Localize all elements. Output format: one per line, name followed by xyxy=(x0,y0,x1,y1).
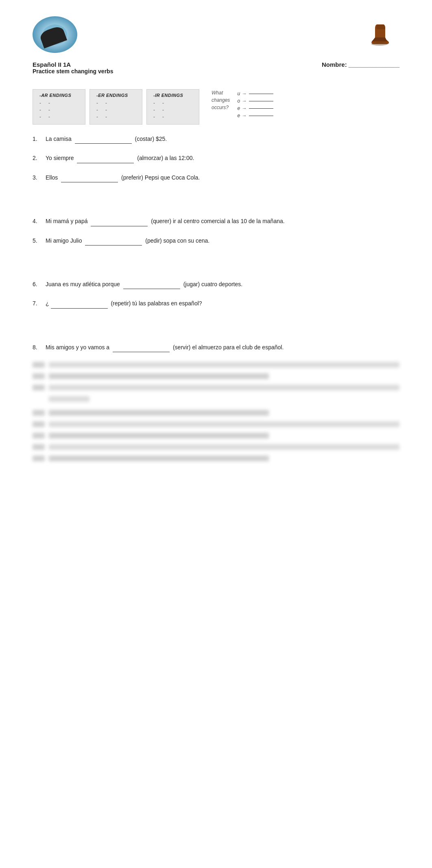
blurred-q15-text xyxy=(49,444,399,450)
question-2: 2. Yo siempre (almorzar) a las 12:00. xyxy=(33,153,399,163)
q2-text: Yo siempre (almorzar) a las 12:00. xyxy=(46,153,399,163)
gap-3 xyxy=(33,318,399,343)
title-section: Español II 1A Practice stem changing ver… xyxy=(33,61,113,75)
q3-blank[interactable] xyxy=(61,173,118,182)
q1-num: 1. xyxy=(33,134,46,143)
er-col1-r1: - xyxy=(96,100,98,106)
q4-text: Mi mamá y papá (querer) ir al centro com… xyxy=(46,217,399,226)
svg-rect-2 xyxy=(49,32,61,40)
gap-2 xyxy=(33,255,399,280)
er-row2: - - xyxy=(96,107,135,113)
endings-grid: -AR ENDINGS - - - - - - -ER ENDINGS - - … xyxy=(33,89,399,125)
question-3: 3. Ellos (preferir) Pepsi que Coca Cola. xyxy=(33,173,399,182)
q2-blank[interactable] xyxy=(77,153,134,163)
q4-blank[interactable] xyxy=(91,217,148,226)
ar-row3: - - xyxy=(39,114,79,120)
ir-col1-r1: - xyxy=(153,100,155,106)
svg-rect-1 xyxy=(47,31,63,42)
blurred-q11-cont xyxy=(49,396,89,402)
ar-title: -AR ENDINGS xyxy=(39,93,79,98)
page: Español II 1A Practice stem changing ver… xyxy=(0,0,432,868)
blurred-q16-num xyxy=(33,456,45,461)
logo-left xyxy=(33,16,77,53)
blurred-q9-num xyxy=(33,362,45,368)
ar-col1-r3: - xyxy=(39,114,41,120)
q3-num: 3. xyxy=(33,173,46,182)
blurred-q9 xyxy=(33,362,399,368)
ir-col1-r2: - xyxy=(153,107,155,113)
blurred-q10-text xyxy=(49,373,269,379)
er-col2-r3: - xyxy=(105,114,107,120)
blurred-q13-text xyxy=(49,421,399,427)
change-row-e2: e → xyxy=(237,113,273,118)
blurred-q14 xyxy=(33,433,399,438)
change-row-o: o → xyxy=(237,98,273,104)
ar-col1-r2: - xyxy=(39,107,41,113)
q6-blank[interactable] xyxy=(123,280,180,289)
change-o-label: o xyxy=(237,98,240,104)
boot-icon xyxy=(367,20,395,49)
q1-text: La camisa (costar) $25. xyxy=(46,134,399,144)
q7-text: ¿ (repetir) tú las palabras en español? xyxy=(46,299,399,308)
q3-text: Ellos (preferir) Pepsi que Coca Cola. xyxy=(46,173,399,182)
question-8: 8. Mis amigos y yo vamos a (servir) el a… xyxy=(33,343,399,352)
er-endings-box: -ER ENDINGS - - - - - - xyxy=(89,89,142,125)
q8-blank[interactable] xyxy=(113,343,170,352)
what-changes-label: Whatchangesoccurs? xyxy=(212,89,230,111)
blurred-q14-num xyxy=(33,433,45,438)
q5-text: Mi amigo Julio (pedir) sopa con su cena. xyxy=(46,236,399,245)
logo-right xyxy=(363,16,399,53)
ir-col2-r2: - xyxy=(162,107,164,113)
q5-num: 5. xyxy=(33,236,46,245)
header-row xyxy=(33,16,399,53)
q7-num: 7. xyxy=(33,299,46,308)
svg-point-3 xyxy=(52,33,58,39)
arrow-e2: → xyxy=(242,113,247,118)
q1-blank[interactable] xyxy=(75,134,132,144)
question-1: 1. La camisa (costar) $25. xyxy=(33,134,399,144)
q5-blank[interactable] xyxy=(85,236,142,245)
question-4: 4. Mi mamá y papá (querer) ir al centro … xyxy=(33,217,399,226)
er-col2-r1: - xyxy=(105,100,107,106)
q7-blank[interactable] xyxy=(51,299,108,308)
blurred-q9-text xyxy=(49,362,399,368)
er-col1-r3: - xyxy=(96,114,98,120)
ar-row2: - - xyxy=(39,107,79,113)
arrow-o: → xyxy=(242,98,247,104)
q6-num: 6. xyxy=(33,280,46,289)
blurred-q16 xyxy=(33,456,399,461)
er-title: -ER ENDINGS xyxy=(96,93,135,98)
change-e2-label: e xyxy=(237,113,240,118)
arrow-e1: → xyxy=(242,105,247,111)
ar-col2-r2: - xyxy=(48,107,50,113)
change-row-u: u → xyxy=(237,91,273,96)
change-e1-label: e xyxy=(237,105,240,111)
blurred-questions xyxy=(33,362,399,461)
change-e1-blank xyxy=(249,108,273,109)
ar-col1-r1: - xyxy=(39,100,41,106)
blurred-q16-text xyxy=(49,456,269,461)
blurred-q12 xyxy=(33,410,399,416)
header-info: Español II 1A Practice stem changing ver… xyxy=(33,57,399,82)
ir-row1: - - xyxy=(153,100,192,106)
blurred-q11 xyxy=(33,385,399,390)
ir-row3: - - xyxy=(153,114,192,120)
question-5: 5. Mi amigo Julio (pedir) sopa con su ce… xyxy=(33,236,399,245)
blurred-q12-text xyxy=(49,410,269,416)
change-row-e1: e → xyxy=(237,105,273,111)
main-title: Español II 1A xyxy=(33,61,113,68)
er-col1-r2: - xyxy=(96,107,98,113)
er-col2-r2: - xyxy=(105,107,107,113)
blurred-q12-num xyxy=(33,410,45,416)
er-row3: - - xyxy=(96,114,135,120)
blurred-q11-text xyxy=(49,385,399,390)
q2-num: 2. xyxy=(33,153,46,162)
questions-section: 1. La camisa (costar) $25. 2. Yo siempre… xyxy=(33,134,399,461)
blurred-q10-num xyxy=(33,373,45,379)
q8-num: 8. xyxy=(33,343,46,352)
ir-col2-r3: - xyxy=(162,114,164,120)
blurred-q15-num xyxy=(33,444,45,450)
svg-point-4 xyxy=(53,35,57,38)
ar-row1: - - xyxy=(39,100,79,106)
change-u-blank xyxy=(249,94,273,94)
